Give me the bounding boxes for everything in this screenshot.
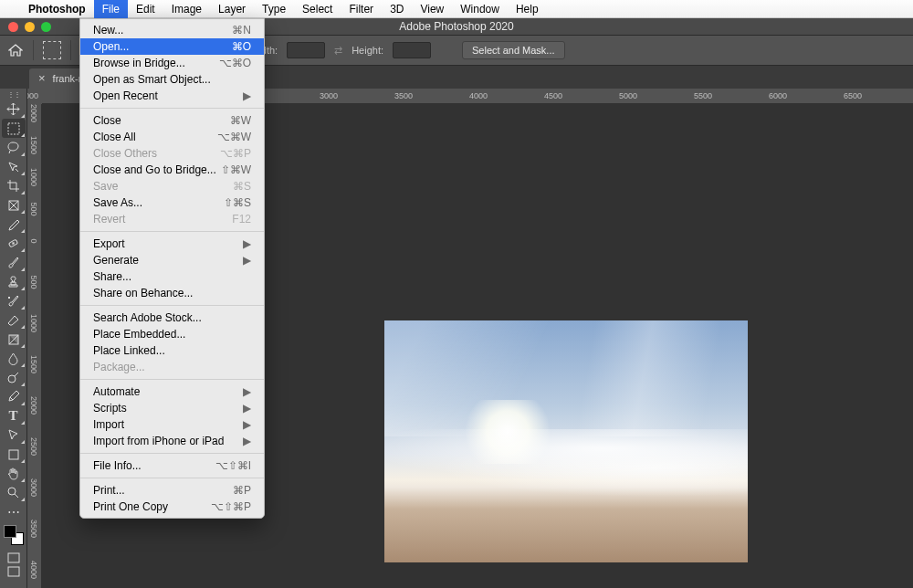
tool-frame[interactable] (2, 195, 26, 215)
color-swatches[interactable] (4, 525, 24, 545)
tool-stamp[interactable] (2, 272, 26, 291)
tool-lasso[interactable] (2, 138, 26, 157)
home-icon[interactable] (7, 44, 24, 58)
system-menubar: Photoshop FileEditImageLayerTypeSelectFi… (0, 0, 913, 18)
select-and-mask-button[interactable]: Select and Mask... (462, 41, 565, 59)
vertical-ruler[interactable]: 2000150010005000500100015002000250030003… (27, 104, 42, 588)
menu-item-automate[interactable]: Automate▶ (80, 383, 264, 400)
tool-quick-select[interactable] (2, 157, 26, 176)
tools-panel: ⋮⋮T⋯ (0, 89, 27, 588)
tool-type[interactable]: T (2, 406, 26, 425)
menu-item-import[interactable]: Import▶ (80, 416, 264, 433)
menu-item-search-adobe-stock[interactable]: Search Adobe Stock... (80, 310, 264, 326)
menu-item-open[interactable]: Open...⌘O (80, 38, 264, 55)
menu-edit[interactable]: Edit (128, 0, 163, 18)
document-image[interactable] (384, 320, 748, 562)
menu-item-print-one-copy[interactable]: Print One Copy⌥⇧⌘P (80, 499, 264, 515)
height-input[interactable] (393, 42, 431, 58)
menu-item-export[interactable]: Export▶ (80, 236, 264, 252)
tool-eyedropper[interactable] (2, 215, 26, 234)
width-input[interactable] (287, 42, 325, 58)
menu-item-save: Save⌘S (80, 178, 264, 194)
tool-path-select[interactable] (2, 425, 26, 445)
height-label: Height: (352, 45, 383, 56)
tool-hand[interactable] (2, 464, 26, 483)
svg-point-10 (8, 488, 16, 495)
menu-image[interactable]: Image (163, 0, 210, 18)
menu-help[interactable]: Help (508, 0, 547, 18)
tool-dodge[interactable] (2, 368, 26, 387)
menu-item-generate[interactable]: Generate▶ (80, 252, 264, 268)
menu-item-close-all[interactable]: Close All⌥⌘W (80, 129, 264, 145)
tool-marquee[interactable] (2, 119, 26, 138)
menu-item-save-as[interactable]: Save As...⇧⌘S (80, 194, 264, 211)
tool-pen[interactable] (2, 387, 26, 406)
menu-filter[interactable]: Filter (341, 0, 382, 18)
file-menu-dropdown: New...⌘NOpen...⌘OBrowse in Bridge...⌥⌘OO… (79, 18, 265, 519)
screen-mode-icon[interactable] (5, 565, 22, 578)
svg-rect-11 (8, 553, 19, 562)
tool-blur[interactable] (2, 349, 26, 368)
tool-healing[interactable] (2, 234, 26, 253)
svg-rect-12 (8, 567, 19, 576)
svg-rect-4 (8, 123, 19, 134)
app-menu[interactable]: Photoshop (20, 0, 94, 18)
menu-item-new[interactable]: New...⌘N (80, 22, 264, 38)
menu-type[interactable]: Type (254, 0, 294, 18)
menu-item-import-from-iphone-or-ipad[interactable]: Import from iPhone or iPad▶ (80, 433, 264, 449)
menu-item-browse-in-bridge[interactable]: Browse in Bridge...⌥⌘O (80, 55, 264, 71)
menu-view[interactable]: View (412, 0, 452, 18)
tab-close-icon[interactable]: × (38, 74, 46, 83)
menu-item-revert: RevertF12 (80, 211, 264, 227)
menu-item-close[interactable]: Close⌘W (80, 112, 264, 129)
menu-item-close-others: Close Others⌥⌘P (80, 145, 264, 162)
menu-item-close-and-go-to-bridge[interactable]: Close and Go to Bridge...⇧⌘W (80, 162, 264, 178)
svg-point-8 (8, 375, 16, 383)
tool-gradient[interactable] (2, 330, 26, 349)
window-maximize-icon[interactable] (41, 22, 51, 32)
menu-window[interactable]: Window (452, 0, 508, 18)
menu-item-scripts[interactable]: Scripts▶ (80, 400, 264, 416)
menu-item-share-on-behance[interactable]: Share on Behance... (80, 285, 264, 301)
menu-select[interactable]: Select (294, 0, 341, 18)
tool-crop[interactable] (2, 176, 26, 195)
tool-more[interactable]: ⋯ (2, 502, 26, 521)
menu-item-place-embedded[interactable]: Place Embedded... (80, 326, 264, 342)
menu-item-share[interactable]: Share... (80, 268, 264, 285)
tool-zoom[interactable] (2, 483, 26, 502)
tool-shape[interactable] (2, 445, 26, 464)
window-minimize-icon[interactable] (25, 22, 35, 32)
tool-eraser[interactable] (2, 310, 26, 330)
menu-file[interactable]: File (94, 0, 128, 18)
menu-layer[interactable]: Layer (210, 0, 254, 18)
menu-item-print[interactable]: Print...⌘P (80, 482, 264, 499)
tool-brush[interactable] (2, 253, 26, 272)
marquee-tool-icon[interactable] (43, 41, 61, 59)
menu-3d[interactable]: 3D (382, 0, 412, 18)
tool-move[interactable] (2, 100, 26, 119)
menu-item-place-linked[interactable]: Place Linked... (80, 342, 264, 359)
menu-item-package: Package... (80, 359, 264, 375)
menu-item-open-recent[interactable]: Open Recent▶ (80, 88, 264, 104)
menu-item-file-info[interactable]: File Info...⌥⇧⌘I (80, 457, 264, 474)
svg-rect-9 (9, 450, 18, 459)
panel-grip-icon[interactable]: ⋮⋮ (7, 90, 20, 100)
tool-history-brush[interactable] (2, 291, 26, 310)
menu-item-open-as-smart-object[interactable]: Open as Smart Object... (80, 71, 264, 88)
window-close-icon[interactable] (8, 22, 18, 32)
swap-dimensions-icon[interactable]: ⇄ (334, 45, 342, 57)
quick-mask-icon[interactable] (5, 551, 22, 564)
